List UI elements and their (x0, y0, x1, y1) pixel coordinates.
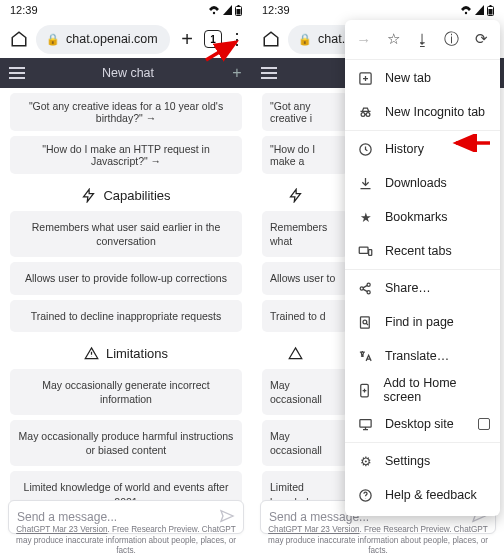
capability-item: Allows user to (262, 262, 348, 294)
svg-rect-6 (490, 5, 492, 7)
svg-rect-2 (238, 5, 240, 7)
menu-top-actions: → ☆ ⭳ ⓘ ⟳ (345, 20, 500, 58)
menu-add-home[interactable]: Add to Home screen (345, 373, 500, 407)
svg-rect-7 (489, 9, 493, 15)
translate-icon (357, 349, 374, 364)
chat-title: New chat (34, 66, 222, 80)
home-icon[interactable] (260, 30, 282, 48)
capability-item: Remembers what user said earlier in the … (10, 211, 242, 257)
phone-right: 12:39 🔒 chat.ope "Got any creative i "Ho… (252, 0, 504, 560)
star-icon: ★ (357, 210, 374, 225)
example-prompt[interactable]: "How do I make a (262, 136, 348, 174)
chrome-overflow-menu: → ☆ ⭳ ⓘ ⟳ New tab New Incognito tab Hist… (345, 20, 500, 516)
phone-plus-icon (357, 383, 373, 398)
svg-rect-13 (369, 249, 372, 255)
info-icon[interactable]: ⓘ (440, 30, 464, 49)
capability-item: Allows user to provide follow-up correct… (10, 262, 242, 294)
history-icon (357, 142, 374, 157)
lock-icon: 🔒 (298, 33, 312, 46)
status-bar: 12:39 (0, 0, 252, 20)
limitation-item: May occasionall (262, 369, 348, 415)
find-icon (357, 315, 374, 330)
menu-help[interactable]: Help & feedback (345, 478, 500, 512)
address-field[interactable]: 🔒 chat.openai.com (36, 25, 170, 54)
limitation-item: May occasionally generate incorrect info… (10, 369, 242, 415)
hamburger-icon[interactable] (252, 67, 286, 79)
bookmark-star-icon[interactable]: ☆ (381, 30, 405, 48)
phone-left: 12:39 🔒 chat.openai.com + 1 ⋮ New chat +… (0, 0, 252, 560)
incognito-icon (357, 105, 374, 120)
svg-point-4 (465, 12, 467, 14)
clock: 12:39 (10, 4, 38, 16)
limitations-heading: Limitations (0, 346, 252, 361)
example-prompt[interactable]: "How do I make an HTTP request in Javasc… (10, 136, 242, 174)
limitation-item: May occasionall (262, 420, 348, 466)
download-icon[interactable]: ⭳ (410, 31, 434, 48)
menu-downloads[interactable]: Downloads (345, 166, 500, 200)
home-icon[interactable] (8, 30, 30, 48)
menu-bookmarks[interactable]: ★Bookmarks (345, 200, 500, 234)
hamburger-icon[interactable] (0, 67, 34, 79)
status-bar: 12:39 (252, 0, 504, 20)
new-chat-icon[interactable]: + (222, 64, 252, 82)
annotation-arrow (448, 134, 492, 152)
new-tab-icon[interactable]: + (176, 28, 198, 51)
menu-incognito[interactable]: New Incognito tab (345, 95, 500, 129)
menu-translate[interactable]: Translate… (345, 339, 500, 373)
desktop-icon (357, 417, 374, 432)
downloads-icon (357, 176, 374, 191)
capability-item: Remembers what (262, 211, 348, 257)
help-icon (357, 488, 374, 503)
svg-rect-20 (360, 419, 371, 427)
forward-icon[interactable]: → (352, 31, 376, 48)
capabilities-heading: Capabilities (0, 188, 252, 203)
svg-rect-12 (359, 247, 368, 253)
svg-point-0 (213, 12, 215, 14)
gear-icon: ⚙ (357, 454, 374, 469)
footer-note: ChatGPT Mar 23 Version. Free Research Pr… (260, 525, 496, 556)
capability-item: Trained to decline inappropriate request… (10, 300, 242, 332)
status-icons (208, 5, 242, 16)
plus-box-icon (357, 71, 374, 86)
svg-rect-3 (237, 9, 241, 15)
capability-item: Trained to d (262, 300, 348, 332)
svg-point-9 (361, 112, 365, 116)
clock: 12:39 (262, 4, 290, 16)
share-icon (357, 281, 374, 296)
example-prompt[interactable]: "Got any creative i (262, 93, 348, 131)
url-text: chat.openai.com (66, 32, 158, 46)
devices-icon (357, 244, 374, 259)
menu-find[interactable]: Find in page (345, 305, 500, 339)
send-icon[interactable] (219, 508, 235, 527)
menu-recent-tabs[interactable]: Recent tabs (345, 234, 500, 268)
reload-icon[interactable]: ⟳ (469, 30, 493, 48)
status-icons (460, 5, 494, 16)
menu-desktop-site[interactable]: Desktop site (345, 407, 500, 441)
example-prompt[interactable]: "Got any creative ideas for a 10 year ol… (10, 93, 242, 131)
lock-icon: 🔒 (46, 33, 60, 46)
menu-share[interactable]: Share… (345, 271, 500, 305)
svg-point-10 (366, 112, 370, 116)
footer-note: ChatGPT Mar 23 Version. Free Research Pr… (8, 525, 244, 556)
limitation-item: May occasionally produce harmful instruc… (10, 420, 242, 466)
svg-rect-17 (361, 316, 370, 327)
menu-settings[interactable]: ⚙Settings (345, 444, 500, 478)
annotation-arrow (202, 36, 244, 64)
page-content: New chat + "Got any creative ideas for a… (0, 58, 252, 560)
menu-new-tab[interactable]: New tab (345, 61, 500, 95)
composer-placeholder: Send a message... (17, 510, 117, 524)
checkbox[interactable] (478, 418, 490, 430)
